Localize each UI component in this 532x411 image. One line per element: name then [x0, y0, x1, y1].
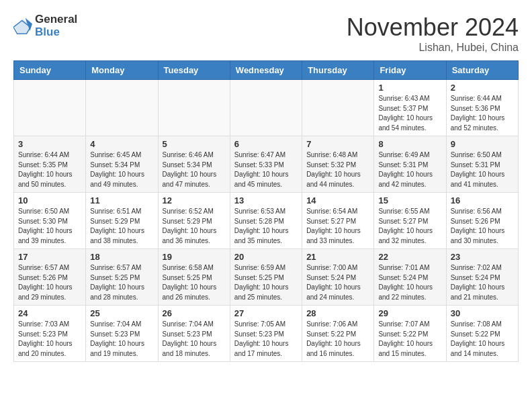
calendar-cell: 6Sunrise: 6:47 AMSunset: 5:33 PMDaylight… — [230, 136, 302, 193]
day-info: Sunrise: 6:45 AMSunset: 5:34 PMDaylight:… — [90, 150, 153, 189]
day-number: 17 — [18, 252, 81, 262]
day-info: Sunrise: 6:54 AMSunset: 5:27 PMDaylight:… — [306, 207, 369, 246]
calendar-cell: 22Sunrise: 7:01 AMSunset: 5:24 PMDayligh… — [374, 249, 446, 306]
calendar-cell — [14, 80, 86, 136]
day-info: Sunrise: 6:43 AMSunset: 5:37 PMDaylight:… — [378, 94, 441, 133]
day-number: 8 — [378, 139, 441, 149]
calendar-week-2: 3Sunrise: 6:44 AMSunset: 5:35 PMDaylight… — [14, 136, 519, 193]
title-block: November 2024 Lishan, Hubei, China — [347, 13, 519, 54]
calendar-cell — [158, 80, 230, 136]
day-info: Sunrise: 7:04 AMSunset: 5:23 PMDaylight:… — [163, 320, 226, 359]
calendar-cell — [302, 80, 374, 136]
logo-general: General — [35, 13, 77, 26]
day-info: Sunrise: 7:04 AMSunset: 5:23 PMDaylight:… — [90, 320, 153, 359]
page-header: General Blue November 2024 Lishan, Hubei… — [13, 13, 519, 54]
calendar-cell: 30Sunrise: 7:08 AMSunset: 5:22 PMDayligh… — [446, 306, 518, 362]
col-header-wednesday: Wednesday — [230, 61, 302, 80]
day-info: Sunrise: 6:47 AMSunset: 5:33 PMDaylight:… — [234, 150, 298, 189]
calendar-cell: 3Sunrise: 6:44 AMSunset: 5:35 PMDaylight… — [14, 136, 86, 193]
calendar-week-4: 17Sunrise: 6:57 AMSunset: 5:26 PMDayligh… — [14, 249, 519, 306]
col-header-thursday: Thursday — [302, 61, 374, 80]
day-number: 11 — [90, 195, 153, 205]
logo: General Blue — [13, 13, 77, 38]
day-info: Sunrise: 6:55 AMSunset: 5:27 PMDaylight:… — [378, 207, 441, 246]
col-header-friday: Friday — [374, 61, 446, 80]
day-number: 22 — [378, 252, 441, 262]
calendar-cell: 28Sunrise: 7:06 AMSunset: 5:22 PMDayligh… — [302, 306, 374, 362]
day-number: 16 — [451, 195, 514, 205]
day-number: 25 — [90, 308, 153, 318]
day-info: Sunrise: 7:05 AMSunset: 5:23 PMDaylight:… — [234, 320, 298, 359]
day-number: 30 — [451, 308, 514, 318]
day-number: 27 — [234, 308, 298, 318]
day-info: Sunrise: 6:52 AMSunset: 5:29 PMDaylight:… — [163, 207, 226, 246]
day-number: 15 — [378, 195, 441, 205]
day-number: 19 — [163, 252, 226, 262]
col-header-sunday: Sunday — [14, 61, 86, 80]
col-header-saturday: Saturday — [446, 61, 518, 80]
day-info: Sunrise: 6:57 AMSunset: 5:26 PMDaylight:… — [18, 263, 81, 302]
calendar-cell: 1Sunrise: 6:43 AMSunset: 5:37 PMDaylight… — [374, 80, 446, 136]
calendar-cell: 19Sunrise: 6:58 AMSunset: 5:25 PMDayligh… — [158, 249, 230, 306]
day-number: 9 — [451, 139, 514, 149]
day-number: 4 — [90, 139, 153, 149]
day-number: 12 — [163, 195, 226, 205]
day-info: Sunrise: 7:08 AMSunset: 5:22 PMDaylight:… — [451, 320, 514, 359]
calendar-week-1: 1Sunrise: 6:43 AMSunset: 5:37 PMDaylight… — [14, 80, 519, 136]
day-info: Sunrise: 6:59 AMSunset: 5:25 PMDaylight:… — [234, 263, 298, 302]
day-info: Sunrise: 6:57 AMSunset: 5:25 PMDaylight:… — [90, 263, 153, 302]
day-info: Sunrise: 7:02 AMSunset: 5:24 PMDaylight:… — [451, 263, 514, 302]
day-info: Sunrise: 7:01 AMSunset: 5:24 PMDaylight:… — [378, 263, 441, 302]
day-info: Sunrise: 6:51 AMSunset: 5:29 PMDaylight:… — [90, 207, 153, 246]
calendar-cell: 29Sunrise: 7:07 AMSunset: 5:22 PMDayligh… — [374, 306, 446, 362]
calendar-cell: 16Sunrise: 6:56 AMSunset: 5:26 PMDayligh… — [446, 193, 518, 249]
calendar-cell: 8Sunrise: 6:49 AMSunset: 5:31 PMDaylight… — [374, 136, 446, 193]
day-info: Sunrise: 7:03 AMSunset: 5:23 PMDaylight:… — [18, 320, 81, 359]
calendar-cell: 23Sunrise: 7:02 AMSunset: 5:24 PMDayligh… — [446, 249, 518, 306]
calendar-cell: 14Sunrise: 6:54 AMSunset: 5:27 PMDayligh… — [302, 193, 374, 249]
day-info: Sunrise: 7:06 AMSunset: 5:22 PMDaylight:… — [306, 320, 369, 359]
calendar-cell: 4Sunrise: 6:45 AMSunset: 5:34 PMDaylight… — [86, 136, 158, 193]
month-title: November 2024 — [347, 13, 519, 42]
day-number: 6 — [234, 139, 298, 149]
day-info: Sunrise: 6:50 AMSunset: 5:30 PMDaylight:… — [18, 207, 81, 246]
calendar-cell: 25Sunrise: 7:04 AMSunset: 5:23 PMDayligh… — [86, 306, 158, 362]
calendar-week-3: 10Sunrise: 6:50 AMSunset: 5:30 PMDayligh… — [14, 193, 519, 249]
calendar-cell: 20Sunrise: 6:59 AMSunset: 5:25 PMDayligh… — [230, 249, 302, 306]
day-info: Sunrise: 6:49 AMSunset: 5:31 PMDaylight:… — [378, 150, 441, 189]
day-number: 23 — [451, 252, 514, 262]
calendar-cell: 17Sunrise: 6:57 AMSunset: 5:26 PMDayligh… — [14, 249, 86, 306]
day-number: 1 — [378, 83, 441, 93]
day-number: 2 — [451, 83, 514, 93]
day-number: 13 — [234, 195, 298, 205]
day-number: 28 — [306, 308, 369, 318]
calendar-cell: 21Sunrise: 7:00 AMSunset: 5:24 PMDayligh… — [302, 249, 374, 306]
day-number: 18 — [90, 252, 153, 262]
day-number: 3 — [18, 139, 81, 149]
day-info: Sunrise: 6:44 AMSunset: 5:35 PMDaylight:… — [18, 150, 81, 189]
day-number: 7 — [306, 139, 369, 149]
calendar-cell: 12Sunrise: 6:52 AMSunset: 5:29 PMDayligh… — [158, 193, 230, 249]
day-info: Sunrise: 6:46 AMSunset: 5:34 PMDaylight:… — [163, 150, 226, 189]
calendar-cell: 7Sunrise: 6:48 AMSunset: 5:32 PMDaylight… — [302, 136, 374, 193]
day-number: 29 — [378, 308, 441, 318]
day-number: 10 — [18, 195, 81, 205]
calendar-cell: 5Sunrise: 6:46 AMSunset: 5:34 PMDaylight… — [158, 136, 230, 193]
day-info: Sunrise: 6:53 AMSunset: 5:28 PMDaylight:… — [234, 207, 298, 246]
day-info: Sunrise: 6:44 AMSunset: 5:36 PMDaylight:… — [451, 94, 514, 133]
day-number: 26 — [163, 308, 226, 318]
day-number: 14 — [306, 195, 369, 205]
calendar-cell: 18Sunrise: 6:57 AMSunset: 5:25 PMDayligh… — [86, 249, 158, 306]
col-header-tuesday: Tuesday — [158, 61, 230, 80]
calendar-cell — [86, 80, 158, 136]
calendar-cell — [230, 80, 302, 136]
day-number: 21 — [306, 252, 369, 262]
day-info: Sunrise: 6:50 AMSunset: 5:31 PMDaylight:… — [451, 150, 514, 189]
day-info: Sunrise: 6:56 AMSunset: 5:26 PMDaylight:… — [451, 207, 514, 246]
day-info: Sunrise: 6:48 AMSunset: 5:32 PMDaylight:… — [306, 150, 369, 189]
calendar-cell: 26Sunrise: 7:04 AMSunset: 5:23 PMDayligh… — [158, 306, 230, 362]
calendar-cell: 24Sunrise: 7:03 AMSunset: 5:23 PMDayligh… — [14, 306, 86, 362]
calendar-cell: 9Sunrise: 6:50 AMSunset: 5:31 PMDaylight… — [446, 136, 518, 193]
calendar-cell: 27Sunrise: 7:05 AMSunset: 5:23 PMDayligh… — [230, 306, 302, 362]
day-number: 20 — [234, 252, 298, 262]
